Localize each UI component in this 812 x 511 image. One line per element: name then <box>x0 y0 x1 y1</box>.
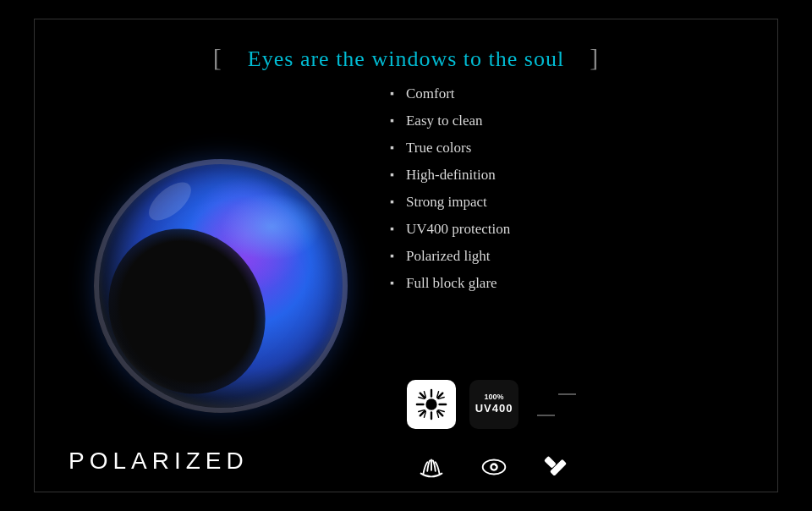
uv400-text-top: 100% <box>475 393 513 403</box>
feature-item: UV400 protection <box>390 216 743 243</box>
tool-icon <box>532 442 581 492</box>
icon-row-1: 100% UV400 <box>407 380 743 429</box>
uv400-label: 100% UV400 <box>475 393 513 417</box>
features-ul: Comfort Easy to clean True colors High-d… <box>390 80 743 297</box>
sun-rays-icon <box>407 380 456 429</box>
uv400-icon: 100% UV400 <box>469 380 518 429</box>
icon-row-2 <box>407 442 743 492</box>
feature-item: Strong impact <box>390 189 743 216</box>
slide: [ Eyes are the windows to the soul ] Com… <box>34 19 778 492</box>
svg-point-20 <box>495 464 497 466</box>
tool-svg <box>540 451 573 483</box>
title-text: Eyes are the windows to the soul <box>248 47 564 71</box>
title-bar: [ Eyes are the windows to the soul ] <box>35 19 777 80</box>
eye-svg <box>478 451 510 483</box>
feature-item: True colors <box>390 135 743 162</box>
icons-section: 100% UV400 <box>407 380 743 492</box>
eye-icon <box>469 442 518 492</box>
feature-item: Easy to clean <box>390 107 743 135</box>
bracket-right: ] <box>590 43 599 71</box>
lens-graphic <box>85 151 356 421</box>
bracket-left: [ <box>213 43 222 71</box>
feature-item: Full block glare <box>390 270 743 297</box>
eyelash-svg <box>415 451 447 483</box>
sun-svg <box>415 388 447 420</box>
feature-item: Comfort <box>390 80 743 107</box>
content-area: Comfort Easy to clean True colors High-d… <box>35 80 777 492</box>
grid-cell-bl <box>537 415 555 416</box>
feature-item: Polarized light <box>390 243 743 270</box>
grid-cell-tr <box>558 393 576 395</box>
right-panel: Comfort Easy to clean True colors High-d… <box>390 80 743 492</box>
feature-item: High-definition <box>390 162 743 189</box>
svg-point-0 <box>425 398 436 409</box>
lens-rim <box>94 159 348 413</box>
polarized-label: POLARIZED <box>69 448 249 475</box>
features-list: Comfort Easy to clean True colors High-d… <box>390 80 743 363</box>
eyelash-icon <box>407 442 456 492</box>
uv400-text-bottom: UV400 <box>475 402 513 416</box>
svg-rect-22 <box>544 456 557 469</box>
grid-pattern-icon <box>532 380 581 429</box>
